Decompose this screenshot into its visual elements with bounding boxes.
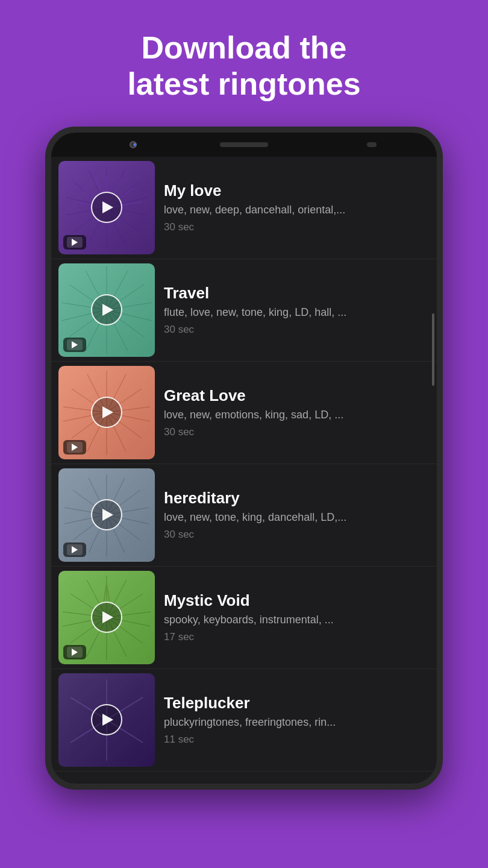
- ringtone-tags: love, new, tone, king, dancehall, LD,...: [164, 511, 421, 524]
- ringtone-title: hereditary: [164, 489, 421, 508]
- ringtone-tags: flute, love, new, tone, king, LD, hall, …: [164, 306, 421, 319]
- youtube-badge[interactable]: [63, 440, 86, 454]
- ringtone-title: Great Love: [164, 386, 421, 405]
- header-section: Download the latest ringtones: [0, 0, 488, 127]
- ringtone-thumbnail[interactable]: [58, 366, 155, 459]
- ringtone-list: My love love, new, deep, dancehall, orie…: [51, 157, 437, 772]
- play-button[interactable]: [91, 602, 122, 633]
- phone-mockup: My love love, new, deep, dancehall, orie…: [45, 127, 443, 790]
- ringtone-title: Travel: [164, 284, 421, 303]
- ringtone-title: Mystic Void: [164, 591, 421, 610]
- ringtone-info: Mystic Void spooky, keyboards, instrumen…: [155, 587, 430, 648]
- list-item: Teleplucker pluckyringtones, freerington…: [51, 669, 437, 772]
- ringtone-tags: pluckyringtones, freeringtones, rin...: [164, 716, 421, 729]
- phone-button-right: [439, 253, 443, 289]
- phone-camera-light: [133, 143, 137, 146]
- play-button[interactable]: [91, 397, 122, 428]
- app-content: My love love, new, deep, dancehall, orie…: [51, 157, 437, 784]
- ringtone-duration: 30 sec: [164, 426, 421, 438]
- ringtone-duration: 17 sec: [164, 631, 421, 643]
- svg-line-78: [104, 583, 107, 604]
- ringtone-title: My love: [164, 181, 421, 200]
- list-item: Great Love love, new, emotions, king, sa…: [51, 362, 437, 464]
- ringtone-title: Teleplucker: [164, 694, 421, 712]
- ringtone-info: Great Love love, new, emotions, king, sa…: [155, 382, 430, 443]
- phone-sensor: [367, 142, 377, 147]
- ringtone-tags: love, new, deep, dancehall, oriental,...: [164, 204, 421, 216]
- ringtone-thumbnail[interactable]: [58, 161, 155, 254]
- ringtone-info: hereditary love, new, tone, king, danceh…: [155, 484, 430, 546]
- svg-line-77: [107, 583, 110, 604]
- play-button[interactable]: [91, 192, 122, 223]
- youtube-badge[interactable]: [63, 645, 86, 659]
- play-button[interactable]: [91, 294, 122, 326]
- list-item: hereditary love, new, tone, king, danceh…: [51, 464, 437, 567]
- ringtone-info: Teleplucker pluckyringtones, freerington…: [155, 689, 430, 750]
- youtube-badge[interactable]: [63, 235, 86, 250]
- ringtone-thumbnail[interactable]: [58, 263, 155, 357]
- play-icon: [102, 509, 113, 521]
- ringtone-thumbnail[interactable]: [58, 571, 155, 664]
- phone-scrollbar[interactable]: [432, 313, 434, 386]
- youtube-badge[interactable]: [63, 338, 86, 352]
- ringtone-thumbnail[interactable]: [58, 673, 155, 767]
- play-button[interactable]: [91, 499, 122, 530]
- ringtone-duration: 30 sec: [164, 221, 421, 233]
- ringtone-duration: 30 sec: [164, 529, 421, 541]
- play-button[interactable]: [91, 704, 122, 735]
- list-item: Mystic Void spooky, keyboards, instrumen…: [51, 567, 437, 669]
- play-icon: [102, 304, 113, 316]
- play-icon: [102, 201, 113, 213]
- ringtone-info: Travel flute, love, new, tone, king, LD,…: [155, 279, 430, 341]
- ringtone-tags: spooky, keyboards, instrumental, ...: [164, 614, 421, 626]
- ringtone-duration: 30 sec: [164, 324, 421, 336]
- list-item: Travel flute, love, new, tone, king, LD,…: [51, 259, 437, 362]
- header-line2: latest ringtones: [127, 66, 360, 101]
- phone-top-bar: [51, 133, 437, 157]
- ringtone-duration: 11 sec: [164, 734, 421, 746]
- phone-speaker: [220, 142, 268, 147]
- play-icon: [102, 611, 113, 623]
- header-line1: Download the: [142, 30, 347, 65]
- play-icon: [102, 406, 113, 418]
- list-item: My love love, new, deep, dancehall, orie…: [51, 157, 437, 259]
- play-icon: [102, 714, 113, 726]
- ringtone-tags: love, new, emotions, king, sad, LD, ...: [164, 409, 421, 421]
- ringtone-thumbnail[interactable]: [58, 468, 155, 562]
- youtube-badge[interactable]: [63, 542, 86, 557]
- ringtone-info: My love love, new, deep, dancehall, orie…: [155, 177, 430, 238]
